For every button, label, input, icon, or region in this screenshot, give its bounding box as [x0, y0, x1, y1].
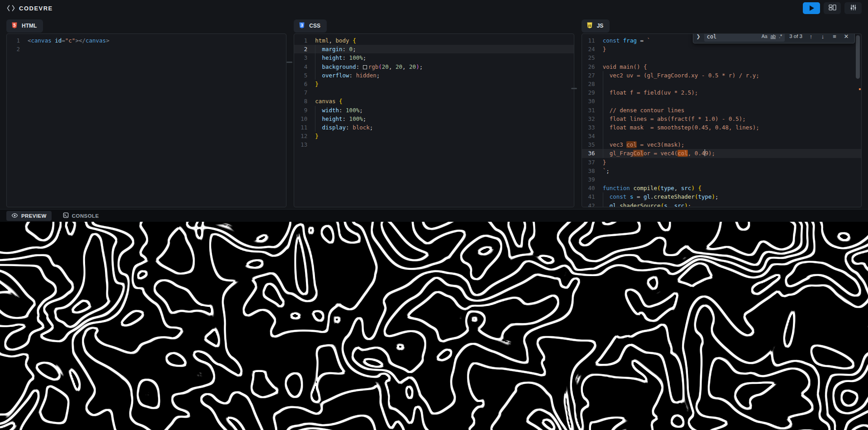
code-text: `; [603, 167, 861, 175]
code-line[interactable]: 10 height: 100%; [294, 115, 573, 123]
toggle-replace-chevron-icon[interactable]: ❯ [696, 33, 700, 41]
svg-text:5: 5 [13, 23, 16, 27]
regex-button[interactable]: .* [779, 33, 782, 41]
code-line[interactable]: 34 [582, 132, 861, 140]
next-match-button[interactable]: ↓ [819, 33, 827, 41]
code-line[interactable]: 30 [582, 97, 861, 105]
line-number: 3 [294, 53, 315, 62]
console-icon [63, 212, 69, 219]
code-line[interactable]: 40function compile(type, src) { [582, 184, 861, 192]
code-text [603, 53, 861, 62]
app-title: CODEVRE [19, 5, 53, 12]
search-input[interactable] [705, 33, 758, 41]
line-number: 7 [294, 88, 315, 97]
code-text: function compile(type, src) { [603, 184, 861, 192]
code-line[interactable]: 2 [7, 45, 286, 53]
code-line[interactable]: 26void main() { [582, 62, 861, 71]
editors-section: 5 HTML 1<canvas id="c"></canvas>2 3 [0, 16, 868, 207]
code-line[interactable]: 3 height: 100%; [294, 53, 573, 62]
match-case-button[interactable]: Aa [762, 33, 768, 41]
tab-html[interactable]: 5 HTML [6, 19, 43, 33]
tab-css[interactable]: 3 CSS [294, 19, 327, 33]
line-number: 24 [582, 45, 603, 53]
code-text: float lines = abs(fract(f * 1.0) - 0.5); [603, 115, 861, 123]
code-line[interactable]: 41 const s = gl.createShader(type); [582, 192, 861, 201]
line-number: 11 [294, 123, 315, 132]
play-icon [810, 5, 814, 11]
code-line[interactable]: 1<canvas id="c"></canvas> [7, 36, 286, 45]
line-number: 39 [582, 175, 603, 184]
panel-css: 3 CSS 1html, body {2 margin: 0;3 height:… [294, 19, 574, 207]
code-line[interactable]: 39 [582, 175, 861, 184]
code-line[interactable]: 38`; [582, 167, 861, 175]
code-line[interactable]: 36 gl_FragColor = vec4(col, 0.49); [582, 149, 861, 158]
tab-js[interactable]: JS JS [582, 19, 610, 33]
tab-preview[interactable]: PREVIEW [6, 211, 52, 221]
panel-resize-grip[interactable] [286, 62, 292, 63]
code-text: html, body { [315, 36, 573, 45]
code-text: float mask = smoothstep(0.45, 0.48, line… [603, 123, 861, 132]
code-line[interactable]: 9 width: 100%; [294, 106, 573, 115]
close-search-button[interactable]: ✕ [842, 33, 850, 41]
code-line[interactable]: 13 [294, 140, 573, 149]
overview-ruler-match-mark [859, 88, 861, 90]
line-number: 13 [294, 140, 315, 149]
layout-button[interactable] [824, 2, 841, 14]
line-number: 1 [294, 36, 315, 45]
code-brackets-icon [6, 5, 15, 12]
code-line[interactable]: 27 vec2 uv = (gl_FragCoord.xy - 0.5 * r)… [582, 71, 861, 80]
preview-pane [0, 222, 868, 430]
code-line[interactable]: 11 display: block; [294, 123, 573, 132]
settings-button[interactable] [844, 2, 862, 14]
code-line[interactable]: 42 gl.shaderSource(s, src); [582, 201, 861, 207]
code-text: height: 100%; [315, 115, 573, 123]
code-text: width: 100%; [315, 106, 573, 115]
code-line[interactable]: 31 // dense contour lines [582, 106, 861, 115]
find-in-selection-button[interactable]: ≡ [830, 33, 839, 41]
css-editor[interactable]: 1html, body {2 margin: 0;3 height: 100%;… [294, 33, 574, 207]
tab-preview-label: PREVIEW [21, 213, 47, 219]
code-text: background: rgb(20, 20, 20); [315, 62, 573, 71]
whole-word-button[interactable]: ab [771, 33, 776, 41]
panel-html: 5 HTML 1<canvas id="c"></canvas>2 [6, 19, 286, 207]
tab-console[interactable]: CONSOLE [58, 211, 104, 221]
code-line[interactable]: 33 float mask = smoothstep(0.45, 0.48, l… [582, 123, 861, 132]
line-number: 28 [582, 80, 603, 88]
svg-text:JS: JS [587, 24, 591, 27]
find-widget: ❯ Aa ab .* 3 of 3 ↑ ↓ ≡ ✕ [693, 33, 855, 43]
code-line[interactable]: 4 background: rgb(20, 20, 20); [294, 62, 573, 71]
js-icon: JS [586, 22, 593, 30]
code-text: } [315, 80, 573, 88]
line-number: 30 [582, 97, 603, 105]
code-text: gl.shaderSource(s, src); [603, 201, 861, 207]
code-line[interactable]: 24} [582, 45, 861, 53]
line-number: 35 [582, 140, 603, 149]
scrollbar-thumb[interactable] [856, 35, 860, 79]
run-button[interactable] [803, 2, 820, 14]
code-line[interactable]: 1html, body { [294, 36, 573, 45]
code-text: float f = field(uv * 2.5); [603, 88, 861, 97]
code-line[interactable]: 35 vec3 col = vec3(mask); [582, 140, 861, 149]
code-text: void main() { [603, 62, 861, 71]
code-line[interactable]: 8canvas { [294, 97, 573, 105]
line-number: 26 [582, 62, 603, 71]
js-editor[interactable]: 11const frag = `24}2526void main() {27 v… [582, 33, 862, 207]
line-number: 38 [582, 167, 603, 175]
html-editor[interactable]: 1<canvas id="c"></canvas>2 [6, 33, 286, 207]
previous-match-button[interactable]: ↑ [807, 33, 815, 41]
code-line[interactable]: 29 float f = field(uv * 2.5); [582, 88, 861, 97]
code-line[interactable]: 7 [294, 88, 573, 97]
code-line[interactable]: 12} [294, 132, 573, 140]
code-line[interactable]: 5 overflow: hidden; [294, 71, 573, 80]
code-line[interactable]: 32 float lines = abs(fract(f * 1.0) - 0.… [582, 115, 861, 123]
color-swatch [363, 65, 367, 69]
code-text [603, 132, 861, 140]
code-line[interactable]: 28 [582, 80, 861, 88]
code-line[interactable]: 2 margin: 0; [294, 45, 573, 53]
code-line[interactable]: 25 [582, 53, 861, 62]
code-line[interactable]: 37} [582, 158, 861, 167]
code-text: const s = gl.createShader(type); [603, 192, 861, 201]
code-line[interactable]: 6} [294, 80, 573, 88]
brand: CODEVRE [6, 5, 53, 12]
panel-resize-grip[interactable] [571, 88, 577, 89]
